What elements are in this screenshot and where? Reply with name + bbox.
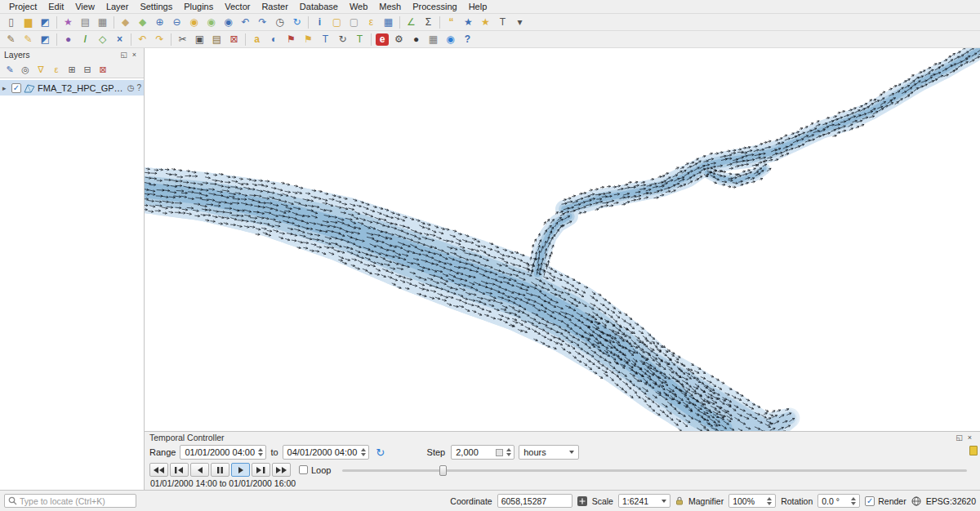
menu-vector[interactable]: Vector xyxy=(219,1,256,12)
zoom-out-icon[interactable]: ⊖ xyxy=(168,15,185,30)
remove-layer-icon[interactable]: ⊠ xyxy=(96,63,110,77)
zoom-to-selection-icon[interactable]: ◉ xyxy=(203,15,220,30)
save-edits-icon[interactable]: ◩ xyxy=(37,32,54,47)
pin-labels-icon[interactable]: ⚑ xyxy=(283,32,300,47)
select-by-expression-icon[interactable]: ε xyxy=(363,15,380,30)
locate-input[interactable] xyxy=(20,496,132,506)
menu-project[interactable]: Project xyxy=(3,1,42,12)
magnifier-lock-icon[interactable] xyxy=(675,496,684,505)
processing-toolbox-icon[interactable]: ⚙ xyxy=(390,32,408,47)
layers-close-icon[interactable]: × xyxy=(129,51,140,59)
range-start-spinner[interactable] xyxy=(258,448,263,456)
zoom-to-layer-icon[interactable]: ◉ xyxy=(220,15,237,30)
select-features-icon[interactable]: ▢ xyxy=(328,15,345,30)
menu-web[interactable]: Web xyxy=(344,1,373,12)
attribute-table-icon[interactable]: ▦ xyxy=(380,15,397,30)
coordinate-box[interactable]: 6058,15287 xyxy=(497,494,572,508)
play-button[interactable] xyxy=(231,463,250,477)
pan-map-icon[interactable]: ◆ xyxy=(117,15,134,30)
digitize-point-icon[interactable]: ● xyxy=(60,32,77,47)
menu-plugins[interactable]: Plugins xyxy=(178,1,219,12)
deselect-features-icon[interactable]: ▢ xyxy=(345,15,363,30)
step-widget-icon[interactable] xyxy=(496,449,503,456)
pan-to-selection-icon[interactable]: ◆ xyxy=(134,15,151,30)
move-label-icon[interactable]: T xyxy=(317,32,334,47)
menu-help[interactable]: Help xyxy=(463,1,493,12)
rotation-box[interactable]: 0.0 ° xyxy=(817,494,860,508)
digitize-line-icon[interactable]: / xyxy=(77,32,94,47)
layer-labeling-icon[interactable]: a xyxy=(248,32,265,47)
expand-arrow-icon[interactable]: ▸ xyxy=(2,84,9,92)
layer-row[interactable]: ▸ ✓ FMA_T2_HPC_GPU_PU1_10 ◷ ? xyxy=(0,80,144,96)
collapse-all-icon[interactable]: ⊟ xyxy=(80,63,95,77)
highlight-labels-icon[interactable]: ⚑ xyxy=(300,32,317,47)
crs-globe-icon[interactable] xyxy=(911,496,921,506)
render-checkbox[interactable]: ✓ xyxy=(865,496,875,506)
crs-indicator-icon[interactable]: ? xyxy=(136,83,141,92)
menu-raster[interactable]: Raster xyxy=(256,1,293,12)
range-end-spinner[interactable] xyxy=(361,448,366,456)
range-start-input[interactable]: 01/01/2000 04:00 xyxy=(180,445,266,460)
menu-database[interactable]: Database xyxy=(294,1,344,12)
style-manager-icon[interactable]: ★ xyxy=(60,15,77,30)
locate-box[interactable] xyxy=(4,494,136,508)
identify-features-icon[interactable]: i xyxy=(311,15,328,30)
show-bookmarks-icon[interactable]: ★ xyxy=(477,15,494,30)
rewind-button[interactable] xyxy=(149,463,168,477)
undo-icon[interactable]: ↶ xyxy=(134,32,151,47)
metasearch-icon[interactable]: ◉ xyxy=(442,32,459,47)
new-project-icon[interactable]: ▯ xyxy=(2,15,20,30)
range-end-input[interactable]: 04/01/2000 04:00 xyxy=(283,445,369,460)
layout-manager-icon[interactable]: ▦ xyxy=(94,15,111,30)
map-canvas[interactable] xyxy=(145,48,980,431)
crs-status[interactable]: EPSG:32620 xyxy=(926,496,976,506)
menu-mesh[interactable]: Mesh xyxy=(373,1,407,12)
zoom-last-icon[interactable]: ↶ xyxy=(237,15,254,30)
step-back-button[interactable] xyxy=(190,463,209,477)
current-edits-icon[interactable]: ✎ xyxy=(2,32,20,47)
change-label-icon[interactable]: T xyxy=(351,32,368,47)
open-layer-styling-icon[interactable]: ✎ xyxy=(2,63,17,77)
rotate-label-icon[interactable]: ↻ xyxy=(334,32,351,47)
pause-button[interactable] xyxy=(211,463,229,477)
step-input[interactable]: 2,000 xyxy=(451,445,514,460)
filter-legend-icon[interactable]: ∇ xyxy=(33,63,48,77)
loop-checkbox[interactable] xyxy=(299,465,308,474)
temporal-dock-icon[interactable]: ◱ xyxy=(954,433,964,442)
plugin-badge-icon[interactable]: e xyxy=(376,33,389,46)
step-unit-combo[interactable]: hours xyxy=(519,445,579,460)
temporal-controller-icon[interactable]: ◷ xyxy=(271,15,288,30)
menu-edit[interactable]: Edit xyxy=(42,1,69,12)
copy-features-icon[interactable]: ▣ xyxy=(191,32,208,47)
redo-icon[interactable]: ↷ xyxy=(151,32,168,47)
zoom-in-icon[interactable]: ⊕ xyxy=(151,15,168,30)
toggle-editing-icon[interactable]: ✎ xyxy=(20,32,37,47)
cut-features-icon[interactable]: ✂ xyxy=(174,32,191,47)
layer-visibility-checkbox[interactable]: ✓ xyxy=(11,83,21,93)
skip-start-button[interactable] xyxy=(170,463,189,477)
menu-processing[interactable]: Processing xyxy=(407,1,462,12)
step-spinner[interactable] xyxy=(506,448,511,456)
magnifier-spinner[interactable] xyxy=(767,497,772,505)
panel-indicator-icon[interactable] xyxy=(969,446,978,455)
vertex-tool-icon[interactable]: × xyxy=(111,32,128,47)
zoom-next-icon[interactable]: ↷ xyxy=(254,15,271,30)
refresh-map-icon[interactable]: ↻ xyxy=(288,15,305,30)
open-project-icon[interactable]: ▆ xyxy=(20,15,37,30)
new-bookmark-icon[interactable]: ★ xyxy=(460,15,477,30)
grid-icon[interactable]: ▦ xyxy=(425,32,442,47)
slider-handle[interactable] xyxy=(439,465,447,476)
manage-map-themes-icon[interactable]: ◎ xyxy=(18,63,33,77)
layers-dock-icon[interactable]: ◱ xyxy=(118,51,129,59)
annotation-dropdown-icon[interactable]: ▾ xyxy=(511,15,528,30)
expand-all-icon[interactable]: ⊞ xyxy=(65,63,79,77)
extents-icon[interactable] xyxy=(577,496,587,506)
rotation-spinner[interactable] xyxy=(851,497,856,505)
temporal-slider[interactable] xyxy=(342,464,967,477)
measure-icon[interactable]: ∠ xyxy=(403,15,420,30)
text-annotation-icon[interactable]: T xyxy=(494,15,511,30)
zoom-full-icon[interactable]: ◉ xyxy=(185,15,203,30)
fast-forward-button[interactable] xyxy=(272,463,291,477)
skip-end-button[interactable] xyxy=(252,463,270,477)
map-tips-icon[interactable]: “ xyxy=(443,15,460,30)
